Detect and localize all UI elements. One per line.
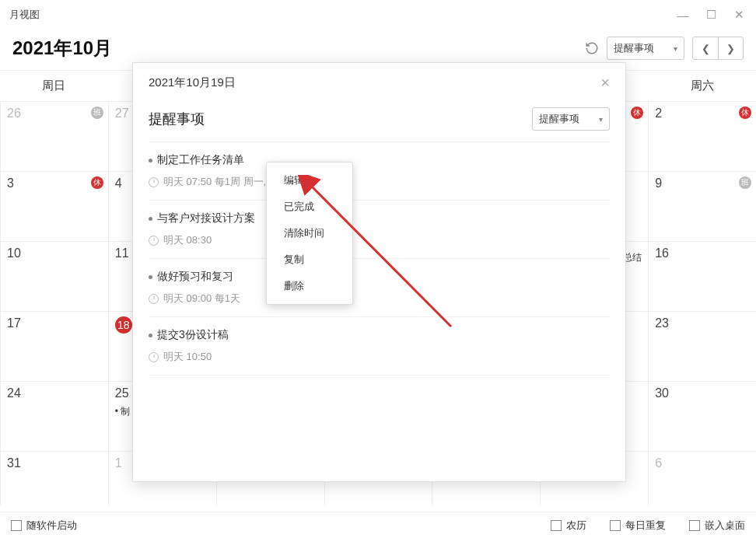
window-title: 月视图: [9, 8, 40, 22]
day-number: 3: [7, 176, 14, 190]
checkbox-box: [610, 520, 621, 531]
task-time-text: 明天 07:50 每1周 周一,周: [163, 175, 276, 189]
task-item[interactable]: 做好预习和复习 明天 09:00 每1天: [149, 259, 610, 317]
day-number: 26: [7, 107, 21, 120]
maximize-button[interactable]: ☐: [703, 7, 719, 23]
day-number: 1: [115, 456, 122, 470]
day-cell[interactable]: 17: [0, 311, 108, 381]
day-number: 25: [115, 386, 129, 400]
day-number: 6: [655, 456, 662, 470]
day-cell[interactable]: 9班: [648, 171, 756, 241]
day-number: 30: [655, 386, 669, 400]
view-dropdown[interactable]: 提醒事项 ▾: [607, 37, 684, 60]
day-number: 9: [655, 176, 662, 190]
context-copy[interactable]: 复制: [267, 246, 352, 273]
minimize-button[interactable]: —: [675, 7, 691, 23]
modal-date: 2021年10月19日: [149, 75, 236, 90]
day-cell[interactable]: 24: [0, 381, 108, 451]
day-cell[interactable]: 31: [0, 451, 108, 505]
day-number: 17: [7, 316, 21, 330]
task-time: 明天 10:50: [149, 350, 610, 364]
work-badge: 班: [739, 176, 751, 189]
view-dropdown-label: 提醒事项: [614, 41, 654, 55]
task-item[interactable]: 提交3份设计稿 明天 10:50: [149, 317, 610, 376]
checkbox-box: [689, 520, 700, 531]
day-cell[interactable]: 3休: [0, 171, 108, 241]
checkbox-label: 每日重复: [625, 519, 666, 533]
footer-right: 农历 每日重复 嵌入桌面: [551, 519, 745, 533]
start-with-app-checkbox[interactable]: 随软件启动: [11, 519, 77, 533]
task-list: 制定工作任务清单 明天 07:50 每1周 周一,周 与客户对接设计方案 明天 …: [133, 142, 625, 376]
context-edit[interactable]: 编辑: [267, 167, 352, 194]
checkbox-box: [551, 520, 562, 531]
task-title-text: 提交3份设计稿: [157, 328, 229, 342]
holiday-badge: 休: [91, 176, 103, 189]
clock-icon: [149, 352, 159, 362]
day-number: 23: [655, 316, 669, 330]
context-completed[interactable]: 已完成: [267, 194, 352, 220]
task-title: 做好预习和复习: [149, 270, 610, 284]
day-number: 16: [655, 246, 669, 260]
embed-desktop-checkbox[interactable]: 嵌入桌面: [689, 519, 745, 533]
task-time-text: 明天 10:50: [163, 350, 212, 364]
holiday-badge: 休: [739, 107, 751, 119]
task-title: 制定工作任务清单: [149, 153, 610, 167]
prev-month-button[interactable]: ❮: [693, 37, 718, 59]
context-delete[interactable]: 删除: [267, 273, 352, 299]
modal-section-label: 提醒事项: [149, 110, 205, 128]
window-controls: — ☐ ✕: [675, 7, 747, 23]
day-cell[interactable]: 16: [648, 241, 756, 311]
clock-icon: [149, 236, 159, 246]
task-time: 明天 09:00 每1天: [149, 292, 610, 306]
lunar-checkbox[interactable]: 农历: [551, 519, 586, 533]
modal-close-button[interactable]: ×: [600, 74, 610, 92]
modal-subheader: 提醒事项 提醒事项 ▾: [133, 100, 625, 141]
month-nav: ❮ ❯: [692, 37, 744, 60]
day-cell[interactable]: 6: [648, 451, 756, 505]
day-cell[interactable]: 10: [0, 241, 108, 311]
caret-down-icon: ▾: [674, 44, 677, 53]
modal-header: 2021年10月19日 ×: [133, 63, 625, 100]
clock-icon: [149, 177, 159, 187]
today-marker: 18: [115, 316, 132, 334]
caret-down-icon: ▾: [599, 115, 603, 124]
day-cell[interactable]: 23: [648, 311, 756, 381]
holiday-badge: 休: [631, 107, 643, 119]
refresh-icon[interactable]: [585, 41, 599, 55]
checkbox-label: 随软件启动: [26, 519, 77, 533]
day-number: 24: [7, 386, 21, 400]
bullet-icon: [149, 275, 152, 279]
day-number: 2: [655, 107, 662, 120]
task-time-text: 明天 09:00 每1天: [163, 292, 240, 306]
checkbox-label: 嵌入桌面: [705, 519, 745, 533]
checkbox-box: [11, 520, 22, 531]
task-title-text: 制定工作任务清单: [157, 153, 244, 167]
day-cell[interactable]: 2休: [648, 101, 756, 171]
bullet-icon: [149, 217, 152, 221]
daily-repeat-checkbox[interactable]: 每日重复: [610, 519, 666, 533]
task-item[interactable]: 与客户对接设计方案 明天 08:30: [149, 201, 610, 259]
bullet-icon: [149, 334, 152, 337]
next-month-button[interactable]: ❯: [718, 37, 743, 59]
modal-type-dropdown[interactable]: 提醒事项 ▾: [532, 107, 610, 131]
weekday-label: 周六: [648, 71, 756, 101]
day-number: 4: [115, 176, 122, 190]
task-title: 与客户对接设计方案: [149, 211, 610, 225]
context-menu: 编辑 已完成 清除时间 复制 删除: [266, 162, 353, 305]
work-badge: 班: [91, 107, 103, 119]
footer: 随软件启动 农历 每日重复 嵌入桌面: [0, 512, 756, 538]
bullet-icon: [149, 159, 152, 162]
close-button[interactable]: ✕: [731, 7, 747, 23]
task-title: 提交3份设计稿: [149, 328, 610, 342]
day-number: 11: [115, 246, 129, 260]
task-title-text: 与客户对接设计方案: [157, 211, 255, 225]
task-item[interactable]: 制定工作任务清单 明天 07:50 每1周 周一,周: [149, 142, 610, 201]
weekday-label: 周日: [0, 71, 108, 101]
day-cell[interactable]: 30: [648, 381, 756, 451]
day-number: 27: [115, 107, 129, 120]
task-time: 明天 08:30: [149, 233, 610, 247]
month-title: 2021年10月: [12, 36, 112, 61]
day-cell[interactable]: 26班: [0, 101, 108, 171]
day-number: 10: [7, 246, 21, 260]
context-clear-time[interactable]: 清除时间: [267, 220, 352, 246]
